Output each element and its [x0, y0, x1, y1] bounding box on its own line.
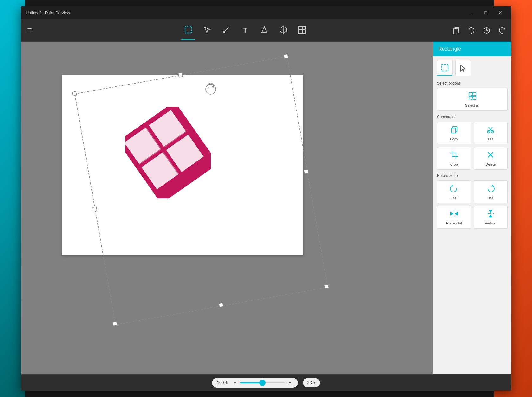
- zoom-slider-track[interactable]: [240, 382, 285, 383]
- menu-button[interactable]: ☰: [23, 24, 36, 37]
- tool-brush[interactable]: [217, 21, 235, 40]
- view-tool-icon: [298, 26, 306, 35]
- zoom-plus-button[interactable]: +: [287, 380, 292, 386]
- svg-marker-3: [262, 27, 267, 33]
- flip-vertical-icon: [486, 209, 495, 220]
- svg-line-1: [224, 27, 228, 32]
- svg-rect-25: [178, 73, 183, 77]
- delete-button[interactable]: Delete: [474, 147, 508, 170]
- tool-rectangle[interactable]: [179, 21, 197, 40]
- panel-title: Rectangle: [433, 42, 511, 56]
- svg-rect-34: [442, 65, 448, 71]
- mode-select-rect[interactable]: [437, 60, 453, 76]
- rotate-plus90-icon: [486, 184, 495, 195]
- tool-buttons: T: [41, 21, 449, 40]
- 3d-tool-icon: [279, 26, 287, 35]
- tool-3d[interactable]: [274, 21, 292, 40]
- svg-rect-23: [75, 57, 328, 325]
- svg-rect-9: [303, 26, 306, 29]
- content-area: Rectangle Select opt: [21, 42, 511, 374]
- svg-point-2: [223, 31, 225, 33]
- mode-pointer[interactable]: [455, 60, 471, 76]
- delete-label: Delete: [485, 162, 496, 166]
- select-all-button[interactable]: Select all: [437, 88, 508, 111]
- cut-button[interactable]: Cut: [474, 122, 508, 144]
- tool-text[interactable]: T: [236, 21, 254, 40]
- flip-horizontal-label: Horizontal: [446, 221, 462, 225]
- svg-marker-53: [491, 185, 494, 186]
- flip-vertical-button[interactable]: Vertical: [474, 206, 508, 229]
- svg-marker-55: [450, 212, 453, 216]
- window-title: Untitled* - Paint Preview: [26, 10, 70, 15]
- svg-rect-38: [473, 96, 476, 99]
- text-tool-icon: T: [243, 27, 247, 34]
- crop-button[interactable]: Crop: [437, 147, 471, 170]
- cut-icon: [486, 125, 495, 136]
- select-tool-icon: [203, 26, 211, 35]
- fill-tool-icon: [260, 26, 268, 35]
- select-all-label: Select all: [465, 104, 479, 107]
- selection-dashed-svg: [62, 70, 328, 317]
- rotate-flip-grid: -90° +90°: [437, 180, 508, 229]
- crop-icon: [450, 150, 458, 161]
- svg-rect-31: [324, 284, 329, 289]
- copy-icon: [450, 125, 458, 136]
- redo-button[interactable]: [495, 23, 509, 37]
- paste-button[interactable]: [449, 23, 463, 37]
- select-all-icon: [468, 91, 477, 102]
- rotate-plus90-button[interactable]: +90°: [474, 180, 508, 203]
- view-mode-dropdown-arrow: ▾: [314, 381, 316, 385]
- svg-rect-28: [304, 170, 309, 174]
- right-panel: Rectangle Select opt: [433, 42, 511, 374]
- history-button[interactable]: [480, 23, 494, 37]
- rotate-minus90-icon: [450, 184, 458, 195]
- undo-button[interactable]: [465, 23, 478, 37]
- svg-marker-56: [455, 212, 458, 216]
- rotate-flip-label: Rotate & flip: [437, 173, 508, 178]
- svg-rect-26: [284, 54, 288, 59]
- toolbar-right-actions: [449, 23, 509, 37]
- tool-view[interactable]: [293, 21, 311, 40]
- minimize-button[interactable]: —: [464, 8, 478, 18]
- delete-icon: [486, 150, 495, 161]
- svg-rect-13: [454, 28, 458, 34]
- title-controls: — □ ✕: [464, 8, 508, 18]
- rotate-minus90-button[interactable]: -90°: [437, 180, 471, 203]
- zoom-slider-thumb[interactable]: [259, 380, 266, 386]
- toolbar: ☰: [21, 19, 511, 42]
- copy-button[interactable]: Copy: [437, 122, 471, 144]
- svg-marker-59: [489, 214, 492, 217]
- title-bar: Untitled* - Paint Preview — □ ✕: [21, 6, 511, 19]
- svg-rect-49: [452, 153, 456, 157]
- tool-fill[interactable]: [255, 21, 273, 40]
- zoom-control: 100% − +: [212, 378, 298, 388]
- tool-select[interactable]: [198, 21, 216, 40]
- svg-marker-58: [489, 210, 492, 213]
- flip-horizontal-button[interactable]: Horizontal: [437, 206, 471, 229]
- svg-marker-52: [451, 185, 453, 186]
- brush-tool-icon: [222, 26, 230, 35]
- flip-horizontal-icon: [450, 209, 458, 220]
- close-button[interactable]: ✕: [493, 8, 508, 18]
- svg-rect-11: [303, 30, 306, 33]
- svg-rect-8: [299, 26, 302, 29]
- selection-overlay: [62, 70, 328, 317]
- rotate-plus90-label: +90°: [487, 196, 494, 200]
- svg-rect-10: [299, 30, 302, 33]
- cut-label: Cut: [488, 137, 493, 141]
- main-window: Untitled* - Paint Preview — □ ✕ ☰: [21, 6, 511, 391]
- svg-rect-27: [93, 207, 97, 211]
- crop-label: Crop: [450, 162, 458, 166]
- svg-rect-40: [451, 128, 456, 133]
- svg-rect-0: [185, 27, 191, 33]
- svg-rect-30: [219, 303, 223, 307]
- commands-grid: Copy Cut: [437, 122, 508, 170]
- svg-point-32: [206, 84, 216, 94]
- rectangle-tool-icon: [184, 26, 192, 35]
- view-mode-selector[interactable]: 2D ▾: [303, 378, 320, 387]
- select-options-label: Select options: [437, 81, 508, 85]
- maximize-button[interactable]: □: [478, 8, 493, 18]
- zoom-minus-button[interactable]: −: [232, 380, 238, 386]
- svg-rect-29: [113, 322, 117, 326]
- canvas-area[interactable]: [21, 42, 433, 374]
